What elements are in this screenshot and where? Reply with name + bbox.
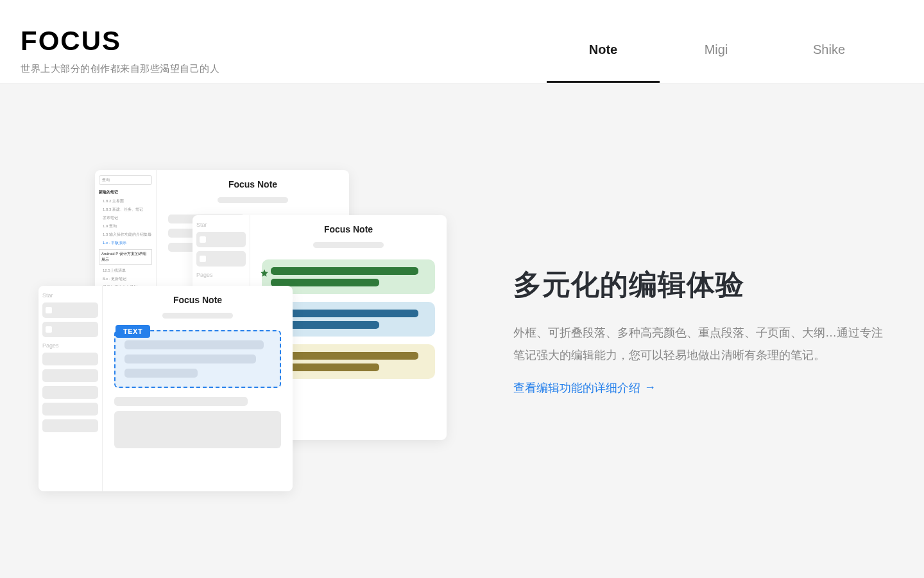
sidebar-item: 1.8.2 主界面 [99,197,152,206]
sidebar-block [42,353,98,365]
search-input-mock: 查询 [99,175,152,185]
sidebar-block [42,419,98,432]
link-label: 查看编辑功能的详细介绍 [513,380,640,396]
hero: 查询 新建的笔记 1.8.2 主界面 1.8.3 新建、任务、笔记 发布笔记 1… [0,83,924,578]
skeleton-line [114,397,248,406]
card-front-main: Focus Note TEXT [103,286,293,457]
logo-block: FOCUS 世界上大部分的创作都来自那些渴望自己的人 [21,26,219,75]
star-icon [260,268,269,277]
sidebar-item: 12.5上线清单 [99,267,152,275]
card-title: Focus Note [114,295,281,305]
skeleton-line [124,355,256,363]
illustration: 查询 新建的笔记 1.8.2 主界面 1.8.3 新建、任务、笔记 发布笔记 1… [38,170,449,491]
dot-icon [200,256,206,262]
header: FOCUS 世界上大部分的创作都来自那些渴望自己的人 Note Migi Shi… [0,0,924,83]
card-front-sidebar: Star Pages [38,286,103,491]
text-badge: TEXT [116,325,150,338]
logo: FOCUS [21,26,219,57]
star-label: Star [196,222,246,228]
hero-title: 多元化的编辑体验 [513,266,886,304]
tagline: 世界上大部分的创作都来自那些渴望自己的人 [21,63,219,75]
skeleton-block [114,411,281,448]
skeleton-subtitle [313,242,384,248]
sidebar-item-active: 1.x - 平板演示 [99,239,152,247]
dot-icon [46,307,52,313]
sidebar-box: Android P 设计方案的详细展示 [99,249,152,265]
hero-description: 外框、可折叠段落、多种高亮颜色、重点段落、子页面、大纲…通过专注笔记强大的编辑能… [513,322,886,365]
card-title: Focus Note [262,224,435,234]
skeleton-subtitle [218,197,288,203]
dot-icon [200,236,206,243]
pages-label: Pages [42,342,98,349]
sidebar-block [42,386,98,399]
highlight-bar [271,310,418,317]
sidebar-block [42,302,98,318]
sidebar-item: 1.3 输入操作功能的介绍集每个… [99,231,152,239]
sidebar-item: 8.x - 更新笔记 [99,275,152,283]
nav: Note Migi Shike [547,18,886,83]
skeleton-subtitle [162,313,233,319]
star-label: Star [42,292,98,299]
card-front: Star Pages Focus Note TEXT [38,286,293,491]
details-link[interactable]: 查看编辑功能的详细介绍 → [513,380,656,396]
highlight-bar [271,267,418,275]
sidebar-header: 新建的笔记 [99,188,152,197]
pages-label: Pages [196,272,246,278]
skeleton-line [124,340,264,349]
sidebar-block [42,369,98,382]
sidebar-block [196,232,246,247]
sidebar-block [42,322,98,337]
skeleton-line [124,369,198,378]
nav-migi[interactable]: Migi [660,36,773,83]
card-title: Focus Note [168,179,338,189]
arrow-right-icon: → [644,381,656,394]
highlight-bar [271,352,418,360]
text-selection-box: TEXT [114,330,281,388]
sidebar-block [42,403,98,416]
sidebar-item: 1.9 查询 [99,222,152,231]
sidebar-item: 发布笔记 [99,214,152,222]
nav-shike[interactable]: Shike [773,36,886,83]
sidebar-block [196,251,246,267]
sidebar-item: 1.8.3 新建、任务、笔记 [99,206,152,214]
dot-icon [46,326,52,333]
nav-note[interactable]: Note [547,36,660,83]
hero-text: 多元化的编辑体验 外框、可折叠段落、多种高亮颜色、重点段落、子页面、大纲…通过专… [513,266,886,395]
